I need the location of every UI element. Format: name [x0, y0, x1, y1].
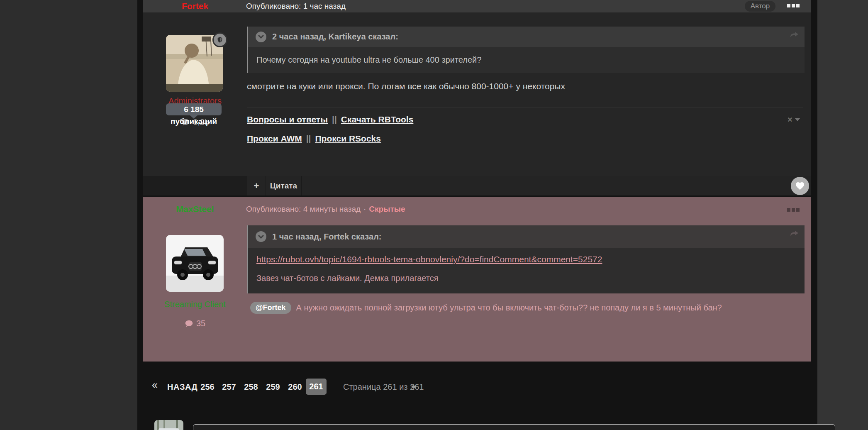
signature-hide-control[interactable]: × — [788, 115, 800, 124]
signature-divider — [247, 107, 803, 108]
signature-link-download[interactable]: Скачать RBTools — [341, 115, 414, 125]
mention-badge[interactable]: @Fortek — [250, 302, 291, 314]
post1-footer-left-cell — [143, 176, 247, 195]
chevron-down-icon[interactable] — [795, 118, 800, 121]
post2-member-group: Streaming Client — [143, 300, 247, 309]
pagination-page-258[interactable]: 258 — [244, 382, 258, 392]
current-user-avatar — [154, 420, 183, 430]
page-background-right — [817, 0, 868, 430]
page-background-left — [0, 0, 137, 430]
signature-separator: || — [332, 115, 337, 125]
multiquote-button[interactable]: + — [247, 176, 266, 195]
quote-collapse-icon[interactable] — [256, 32, 266, 42]
pagination-current-page[interactable]: 261 — [306, 379, 327, 395]
post1-reply-text: смотрите на куки или прокси. По логам вс… — [247, 81, 786, 91]
moderator-shield-icon — [212, 32, 227, 47]
pagination-page-259[interactable]: 259 — [266, 382, 280, 392]
post1-quote-block: 2 часа назад, Kartikeya сказал: Почему с… — [247, 27, 805, 73]
signature-link-qa[interactable]: Вопросы и ответы — [247, 115, 328, 125]
post1-author-link[interactable]: Fortek — [143, 1, 247, 11]
pagination-back-button[interactable]: НАЗАД — [167, 382, 197, 392]
post2-quote-text: Завез чат-ботов с лайками. Демка прилага… — [256, 274, 796, 283]
pagination-page-256[interactable]: 256 — [200, 382, 214, 392]
post-count-tooltip: 6 185 публикаций — [166, 103, 222, 115]
post1-quote-header: 2 часа назад, Kartikeya сказал: — [248, 27, 805, 47]
signature-line-2: Прокси AWM || Прокси RSocks — [247, 134, 381, 144]
post2-meta-separator: · — [363, 205, 366, 214]
signature-separator: || — [306, 134, 311, 144]
quote-goto-source-icon[interactable] — [790, 31, 799, 39]
post2-reply-text: А нужно ожидать полной загрузки ютуб уль… — [296, 303, 722, 313]
post2-published-row: Опубликовано: 4 минуты назад · Скрытые — [246, 205, 405, 214]
post1-quote-title[interactable]: 2 часа назад, Kartikeya сказал: — [272, 32, 398, 42]
close-icon[interactable]: × — [788, 115, 792, 124]
signature-link-proxy-awm[interactable]: Прокси AWM — [247, 134, 302, 144]
post2-more-options-icon[interactable] — [787, 208, 800, 212]
post2-published-time[interactable]: Опубликовано: 4 минуты назад — [246, 205, 361, 214]
post2-quote-header: 1 час назад, Fortek сказал: — [248, 225, 805, 248]
post2-quote-body: https://rubot.ovh/topic/1694-rbtools-tem… — [248, 248, 805, 293]
reply-editor-input[interactable] — [193, 424, 835, 430]
pagination-page-260[interactable]: 260 — [288, 382, 302, 392]
post1-actions-bar: + Цитата — [143, 176, 811, 195]
post2-author-link[interactable]: MaxSteel — [143, 204, 247, 214]
quote-button[interactable]: Цитата — [266, 176, 302, 195]
topic-author-badge: Автор — [745, 1, 775, 12]
post1-more-options-icon[interactable] — [787, 4, 800, 7]
pagination-page-257[interactable]: 257 — [222, 382, 236, 392]
post1-published-time[interactable]: Опубликовано: 1 час назад — [246, 2, 346, 11]
post2-hidden-label[interactable]: Скрытые — [369, 205, 405, 214]
pagination-dropdown-icon[interactable] — [411, 386, 417, 389]
post1-quote-body: Почему сегодня на youtube ultra не больш… — [248, 47, 805, 73]
pagination-prev-icon[interactable]: « — [152, 379, 158, 391]
quote-goto-source-icon[interactable] — [790, 230, 799, 238]
forum-topic-page: Fortek Опубликовано: 1 час назад Автор A… — [0, 0, 868, 430]
signature-link-proxy-rsocks[interactable]: Прокси RSocks — [315, 134, 381, 144]
post2-comment-count-value: 35 — [196, 319, 205, 328]
post2-comment-count: 35 — [143, 319, 247, 328]
post2-reply-row: @Fortek А нужно ожидать полной загрузки … — [250, 302, 722, 314]
post2-avatar[interactable] — [166, 235, 224, 292]
post1-quote-text: Почему сегодня на youtube ultra не больш… — [256, 55, 481, 65]
speech-bubble-icon — [185, 319, 193, 328]
post2-quote-block: 1 час назад, Fortek сказал: https://rubo… — [247, 225, 805, 293]
like-reaction-badge[interactable] — [791, 177, 809, 195]
post2-quote-link[interactable]: https://rubot.ovh/topic/1694-rbtools-tem… — [256, 254, 602, 264]
signature-line-1: Вопросы и ответы || Скачать RBTools — [247, 115, 413, 125]
quote-collapse-icon[interactable] — [256, 231, 266, 242]
post2-quote-title[interactable]: 1 час назад, Fortek сказал: — [272, 232, 382, 242]
